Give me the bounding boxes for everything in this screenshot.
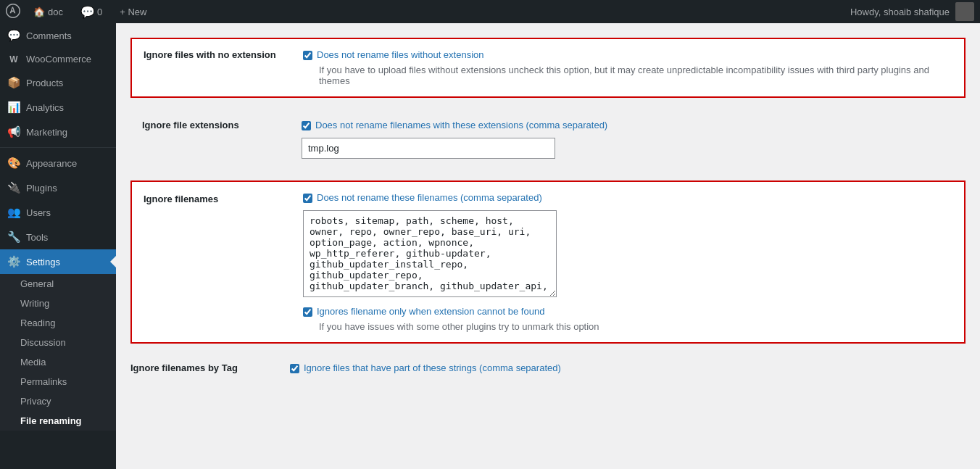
appearance-icon: 🎨 bbox=[7, 157, 20, 170]
sidebar-item-users[interactable]: 👥 Users bbox=[0, 200, 116, 225]
ignore-extensions-label: Ignore file extensions bbox=[142, 120, 287, 130]
ignore-by-tag-row: Ignore filenames by Tag Ignore files tha… bbox=[130, 355, 966, 381]
sidebar: 💬 Comments W WooCommerce 📦 Products 📊 An… bbox=[0, 23, 116, 469]
settings-icon: ⚙️ bbox=[7, 255, 20, 268]
submenu-privacy[interactable]: Privacy bbox=[0, 391, 116, 411]
sidebar-item-marketing[interactable]: 📢 Marketing bbox=[0, 120, 116, 144]
top-bar-right: Howdy, shoaib shafique bbox=[850, 2, 974, 21]
site-name-link[interactable]: 🏠 doc bbox=[29, 0, 67, 23]
tools-icon: 🔧 bbox=[7, 231, 20, 244]
submenu-reading[interactable]: Reading bbox=[0, 313, 116, 333]
top-bar: 🏠 doc 💬 0 + New Howdy, shoaib shafique bbox=[0, 0, 980, 23]
ignore-filenames-box: Ignore filenames Does not rename these f… bbox=[130, 180, 966, 344]
ignore-by-tag-content: Ignore files that have part of these str… bbox=[290, 362, 966, 373]
new-content-button[interactable]: + New bbox=[115, 7, 151, 17]
comments-link[interactable]: 💬 0 bbox=[76, 0, 107, 23]
sidebar-item-plugins[interactable]: 🔌 Plugins bbox=[0, 175, 116, 200]
ignore-extensions-row: Ignore file extensions Does not rename f… bbox=[130, 109, 966, 169]
ignore-filename-only-text: Ignores filename only when extension can… bbox=[317, 306, 544, 317]
submenu-writing[interactable]: Writing bbox=[0, 294, 116, 313]
layout: 💬 Comments W WooCommerce 📦 Products 📊 An… bbox=[0, 23, 980, 469]
products-icon: 📦 bbox=[7, 76, 20, 89]
ignore-filenames-sub: Ignores filename only when extension can… bbox=[303, 306, 952, 332]
ignore-no-extension-checkbox[interactable] bbox=[303, 51, 312, 60]
user-avatar[interactable] bbox=[955, 2, 974, 21]
ignore-by-tag-label: Ignore filenames by Tag bbox=[130, 362, 275, 373]
submenu-general[interactable]: General bbox=[0, 274, 116, 294]
sidebar-item-analytics[interactable]: 📊 Analytics bbox=[0, 95, 116, 120]
submenu-permalinks[interactable]: Permalinks bbox=[0, 372, 116, 391]
ignore-no-extension-box: Ignore files with no extension Does not … bbox=[130, 38, 966, 98]
home-icon: 🏠 bbox=[33, 7, 45, 17]
ignore-no-extension-checkbox-label[interactable]: Does not rename files without extension bbox=[303, 49, 952, 60]
ignore-filenames-content: Does not rename these filenames (comma s… bbox=[303, 192, 952, 332]
submenu-discussion[interactable]: Discussion bbox=[0, 333, 116, 352]
sidebar-item-appearance[interactable]: 🎨 Appearance bbox=[0, 151, 116, 175]
ignore-extensions-content: Does not rename filenames with these ext… bbox=[302, 120, 954, 159]
plugins-icon: 🔌 bbox=[7, 181, 20, 194]
ignore-by-tag-checkbox[interactable] bbox=[290, 364, 299, 373]
sidebar-item-woocommerce[interactable]: W WooCommerce bbox=[0, 48, 116, 70]
ignore-by-tag-checkbox-label[interactable]: Ignore files that have part of these str… bbox=[290, 362, 966, 373]
ignore-filenames-checkbox-label[interactable]: Does not rename these filenames (comma s… bbox=[303, 192, 952, 203]
main-content: Ignore files with no extension Does not … bbox=[116, 23, 980, 469]
ignore-filenames-checkbox-text: Does not rename these filenames (comma s… bbox=[317, 192, 542, 203]
ignore-extensions-checkbox-label[interactable]: Does not rename filenames with these ext… bbox=[302, 120, 954, 130]
ignore-filenames-checkbox[interactable] bbox=[303, 194, 312, 203]
comments-icon: 💬 bbox=[7, 29, 20, 42]
ignore-by-tag-checkbox-text: Ignore files that have part of these str… bbox=[304, 362, 561, 373]
wp-logo[interactable] bbox=[6, 4, 20, 20]
analytics-icon: 📊 bbox=[7, 101, 20, 114]
ignore-filename-only-help: If you have issues with some other plugi… bbox=[303, 321, 952, 332]
ignore-extensions-input[interactable] bbox=[302, 138, 555, 159]
ignore-no-extension-checkbox-text: Does not rename files without extension bbox=[317, 49, 484, 60]
ignore-filenames-label: Ignore filenames bbox=[144, 192, 288, 204]
divider-1 bbox=[0, 147, 116, 148]
submenu-media[interactable]: Media bbox=[0, 352, 116, 372]
sidebar-item-settings[interactable]: ⚙️ Settings bbox=[0, 249, 116, 274]
ignore-extensions-checkbox[interactable] bbox=[302, 121, 311, 130]
submenu-file-renaming[interactable]: File renaming bbox=[0, 411, 116, 431]
ignore-filename-only-checkbox[interactable] bbox=[303, 307, 312, 317]
woocommerce-icon: W bbox=[7, 54, 20, 65]
ignore-extensions-checkbox-text: Does not rename filenames with these ext… bbox=[315, 120, 607, 130]
users-icon: 👥 bbox=[7, 206, 20, 219]
ignore-filename-only-checkbox-label[interactable]: Ignores filename only when extension can… bbox=[303, 306, 952, 317]
ignore-no-extension-content: Does not rename files without extension … bbox=[303, 49, 952, 86]
ignore-filenames-textarea[interactable]: robots, sitemap, path, scheme, host, own… bbox=[303, 210, 557, 297]
settings-arrow bbox=[110, 256, 116, 267]
ignore-no-extension-help: If you have to upload files without exte… bbox=[303, 65, 952, 86]
marketing-icon: 📢 bbox=[7, 125, 20, 138]
ignore-no-extension-label: Ignore files with no extension bbox=[144, 49, 288, 60]
settings-submenu: General Writing Reading Discussion Media… bbox=[0, 274, 116, 431]
sidebar-item-comments[interactable]: 💬 Comments bbox=[0, 23, 116, 48]
comment-icon: 💬 bbox=[80, 5, 95, 19]
sidebar-item-tools[interactable]: 🔧 Tools bbox=[0, 225, 116, 249]
sidebar-item-products[interactable]: 📦 Products bbox=[0, 70, 116, 95]
